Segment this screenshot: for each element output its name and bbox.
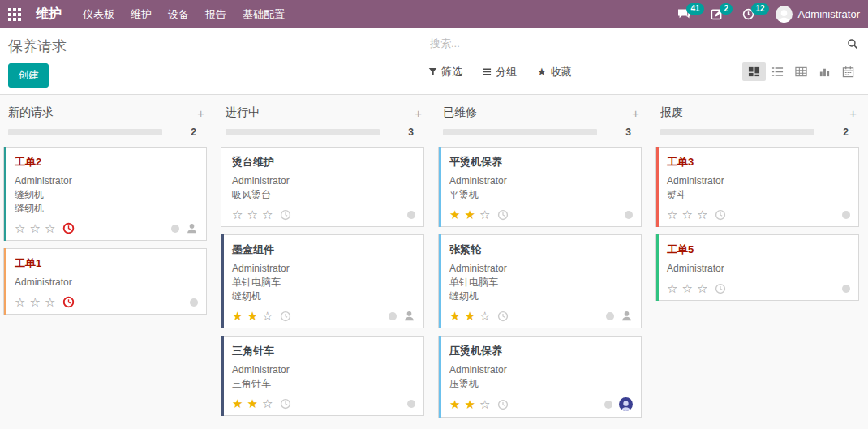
kanban-card[interactable]: 压烫机保养 Administrator 压烫机 ★★☆ — [438, 336, 642, 418]
column-add-icon[interactable]: + — [415, 107, 422, 119]
navbar-systray: 41 2 12 Administrator — [668, 6, 860, 23]
card-color-stripe — [439, 147, 441, 227]
card-equipment: 单针电脑车 — [232, 276, 415, 290]
nav-item-dashboard[interactable]: 仪表板 — [75, 0, 122, 28]
card-title: 工单5 — [667, 242, 850, 257]
card-color-stripe — [656, 234, 659, 301]
activity-clock-icon[interactable] — [715, 283, 726, 294]
card-technician: Administrator — [232, 262, 415, 276]
status-dot — [842, 211, 850, 219]
card-color-stripe — [4, 147, 6, 241]
column-progressbar — [443, 129, 597, 135]
search-icon[interactable] — [847, 38, 858, 49]
priority-stars[interactable]: ★★☆ — [449, 310, 490, 322]
notes-badge: 2 — [720, 3, 733, 15]
status-dot — [407, 211, 415, 219]
kanban-column-in-progress: 进行中 + 3 烫台维护 Administrator 吸风烫台 ☆☆☆ 墨盒组件… — [221, 102, 424, 423]
priority-stars[interactable]: ★★☆ — [232, 397, 273, 410]
view-switcher — [742, 62, 860, 81]
favorites-button[interactable]: ★ 收藏 — [537, 65, 572, 79]
messages-button[interactable]: 41 — [677, 8, 691, 20]
priority-stars[interactable]: ☆☆☆ — [15, 222, 55, 234]
view-list-button[interactable] — [766, 62, 789, 81]
kanban-card[interactable]: 工单1 Administrator ☆☆☆ — [3, 248, 207, 315]
column-title[interactable]: 进行中 — [226, 105, 260, 120]
status-dot — [842, 285, 850, 293]
kanban-card[interactable]: 工单3 Administrator 熨斗 ☆☆☆ — [655, 147, 859, 227]
activities-button[interactable]: 12 — [742, 8, 754, 20]
kanban-column-scrap: 报废 + 2 工单3 Administrator 熨斗 ☆☆☆ 工单5 Admi… — [655, 102, 859, 308]
assignee-avatar-image[interactable] — [619, 397, 633, 411]
calendar-view-icon — [842, 66, 854, 78]
card-color-stripe — [221, 234, 224, 328]
card-title: 工单2 — [15, 155, 198, 169]
kanban-card[interactable]: 工单2 Administrator 缝纫机 缝纫机 ☆☆☆ — [3, 147, 207, 241]
group-by-button[interactable]: 分组 — [483, 65, 517, 79]
card-technician: Administrator — [449, 363, 633, 377]
nav-item-reporting[interactable]: 报告 — [197, 0, 234, 28]
priority-stars[interactable]: ☆☆☆ — [15, 296, 55, 308]
priority-stars[interactable]: ★★☆ — [232, 310, 273, 322]
activity-clock-icon[interactable] — [715, 209, 726, 221]
apps-menu-button[interactable] — [0, 0, 29, 28]
top-navbar: 维护 仪表板 维护 设备 报告 基础配置 41 2 12 Administrat… — [0, 0, 868, 28]
activity-clock-icon[interactable] — [497, 209, 509, 221]
status-dot — [171, 225, 179, 233]
card-technician: Administrator — [449, 174, 633, 188]
filter-funnel-icon — [428, 67, 437, 76]
view-graph-button[interactable] — [813, 62, 836, 81]
column-add-icon[interactable]: + — [849, 107, 857, 119]
group-by-lines-icon — [483, 67, 492, 76]
kanban-card[interactable]: 张紧轮 Administrator 单针电脑车 缝纫机 ★★☆ — [438, 234, 642, 328]
kanban-card[interactable]: 烫台维护 Administrator 吸风烫台 ☆☆☆ — [221, 147, 424, 227]
assignee-avatar-icon[interactable] — [403, 310, 415, 322]
card-color-stripe — [221, 336, 224, 416]
card-technician: Administrator — [667, 174, 850, 188]
view-kanban-button[interactable] — [742, 62, 766, 81]
card-color-stripe — [4, 248, 6, 315]
activity-clock-icon[interactable] — [497, 399, 509, 410]
priority-stars[interactable]: ☆☆☆ — [232, 208, 273, 221]
column-title[interactable]: 报废 — [660, 105, 683, 120]
assignee-avatar-icon[interactable] — [186, 222, 198, 234]
kanban-card[interactable]: 工单5 Administrator ☆☆☆ — [655, 234, 859, 301]
kanban-column-new: 新的请求 + 2 工单2 Administrator 缝纫机 缝纫机 ☆☆☆ — [3, 102, 207, 322]
card-technician: Administrator — [667, 262, 850, 276]
column-add-icon[interactable]: + — [632, 107, 639, 119]
kanban-card[interactable]: 墨盒组件 Administrator 单针电脑车 缝纫机 ★★☆ — [221, 234, 424, 328]
notes-button[interactable]: 2 — [711, 8, 723, 20]
kanban-card[interactable]: 平烫机保养 Administrator 平烫机 ★★☆ — [438, 147, 642, 227]
activity-clock-icon[interactable] — [62, 296, 75, 308]
activities-badge: 12 — [751, 3, 768, 15]
status-dot — [606, 312, 614, 320]
create-button[interactable]: 创建 — [8, 63, 49, 88]
kanban-card[interactable]: 三角针车 Administrator 三角针车 ★★☆ — [221, 336, 424, 416]
activity-clock-icon[interactable] — [62, 222, 75, 234]
view-calendar-button[interactable] — [836, 62, 860, 81]
user-menu[interactable]: Administrator — [776, 6, 860, 23]
priority-stars[interactable]: ☆☆☆ — [667, 208, 707, 221]
priority-stars[interactable]: ★★☆ — [449, 208, 490, 221]
column-title[interactable]: 已维修 — [443, 105, 477, 120]
column-title[interactable]: 新的请求 — [8, 105, 54, 120]
card-category: 缝纫机 — [449, 290, 633, 303]
app-title[interactable]: 维护 — [36, 6, 62, 23]
activity-clock-icon[interactable] — [280, 398, 291, 410]
filters-button[interactable]: 筛选 — [428, 65, 462, 79]
priority-stars[interactable]: ☆☆☆ — [667, 282, 707, 294]
activity-clock-icon[interactable] — [280, 311, 291, 322]
nav-item-maintenance[interactable]: 维护 — [122, 0, 160, 28]
priority-stars[interactable]: ★★☆ — [449, 398, 490, 410]
card-title: 平烫机保养 — [449, 155, 633, 169]
search-input[interactable] — [430, 37, 847, 49]
activity-clock-icon[interactable] — [280, 209, 291, 221]
nav-item-configuration[interactable]: 基础配置 — [234, 0, 293, 28]
column-progressbar — [8, 129, 162, 135]
card-equipment: 熨斗 — [667, 188, 850, 202]
nav-item-equipment[interactable]: 设备 — [160, 0, 197, 28]
column-add-icon[interactable]: + — [197, 107, 204, 119]
view-pivot-button[interactable] — [789, 62, 813, 81]
assignee-avatar-icon[interactable] — [621, 310, 633, 322]
activity-clock-icon[interactable] — [497, 311, 509, 322]
user-name: Administrator — [797, 8, 860, 20]
